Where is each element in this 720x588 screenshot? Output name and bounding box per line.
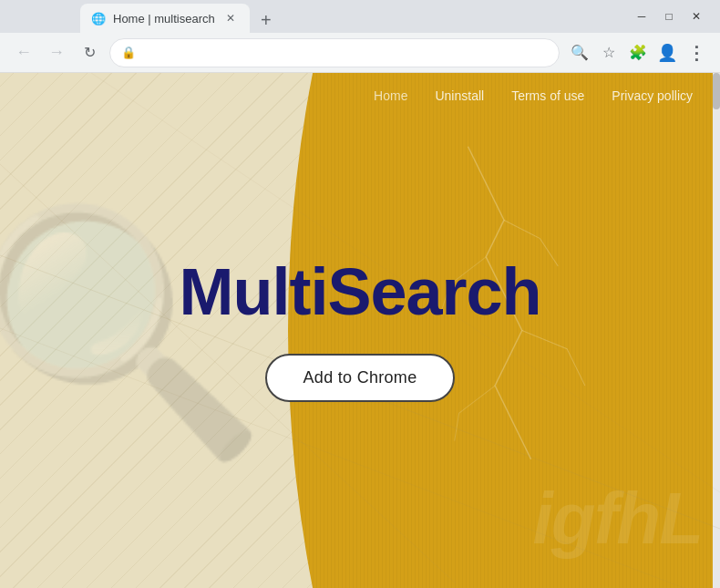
back-button[interactable]: ← [11,40,36,66]
forward-button[interactable]: → [44,40,69,66]
close-button[interactable]: ✕ [684,4,709,29]
active-tab[interactable]: 🌐 Home | multisearch ✕ [80,4,250,33]
minimize-button[interactable]: ─ [629,4,654,29]
address-bar-container: ← → ↻ 🔒 🔍 ☆ 🧩 👤 ⋮ [0,33,720,73]
site-navigation: Home Uninstall Terms of use Privacy poll… [0,73,720,119]
nav-privacy[interactable]: Privacy pollicy [612,88,693,103]
profile-button[interactable]: 👤 [654,40,680,66]
bookmark-button[interactable]: ☆ [596,40,622,66]
toolbar-icons: 🔍 ☆ 🧩 👤 ⋮ [567,40,709,66]
site-title: MultiSearch [179,259,540,325]
main-content: MultiSearch Add to Chrome [0,73,720,588]
refresh-button[interactable]: ↻ [77,40,102,66]
back-icon: ← [15,43,32,62]
browser-content: 🔍 igfhL Home Uninstall [0,73,720,588]
new-tab-button[interactable]: + [253,7,279,33]
menu-icon: ⋮ [687,42,705,64]
tab-title: Home | multisearch [113,12,215,26]
search-toolbar-icon: 🔍 [571,44,589,61]
search-toolbar-button[interactable]: 🔍 [567,40,592,66]
tab-favicon: 🌐 [91,12,106,26]
extensions-button[interactable]: 🧩 [625,40,651,66]
lock-icon: 🔒 [121,46,136,59]
bookmark-icon: ☆ [602,44,615,61]
title-part1: Multi [179,255,327,328]
title-bar: 🌐 Home | multisearch ✕ + ─ □ ✕ [0,0,720,33]
profile-icon: 👤 [657,43,677,63]
nav-uninstall[interactable]: Uninstall [435,88,484,103]
add-to-chrome-button[interactable]: Add to Chrome [265,354,456,402]
maximize-button[interactable]: □ [656,4,682,29]
menu-button[interactable]: ⋮ [684,40,709,66]
title-part2: Search [327,255,540,328]
tab-close-button[interactable]: ✕ [222,10,239,26]
nav-home[interactable]: Home [374,88,407,103]
address-bar[interactable]: 🔒 [109,38,560,67]
extensions-icon: 🧩 [629,44,647,61]
forward-icon: → [48,43,65,62]
refresh-icon: ↻ [84,44,96,61]
website: 🔍 igfhL Home Uninstall [0,73,720,588]
nav-terms[interactable]: Terms of use [511,88,584,103]
